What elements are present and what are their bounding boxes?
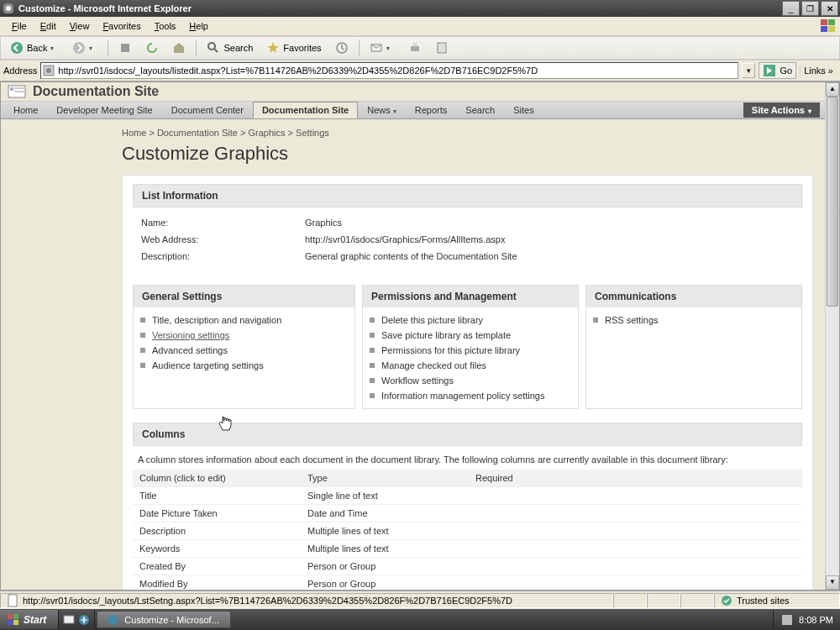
- menu-favorites[interactable]: Favorites: [96, 19, 147, 33]
- svg-rect-12: [412, 43, 417, 46]
- col-link-description[interactable]: Description: [139, 526, 186, 536]
- columns-section: Columns: [133, 423, 802, 446]
- site-tabbar: Home Developer Meeting Site Document Cen…: [1, 102, 825, 119]
- toolbar-separator: [359, 39, 360, 56]
- tab-home[interactable]: Home: [4, 102, 47, 118]
- ie-icon: [2, 2, 15, 15]
- link-versioning-settings[interactable]: Versioning settings: [140, 328, 348, 343]
- svg-rect-27: [64, 616, 74, 623]
- mail-button[interactable]: ▾: [364, 39, 401, 57]
- tab-document-center[interactable]: Document Center: [162, 102, 253, 118]
- refresh-button[interactable]: [139, 39, 165, 57]
- svg-point-8: [208, 43, 215, 50]
- svg-rect-2: [828, 19, 835, 25]
- back-label: Back: [27, 43, 47, 53]
- link-advanced-settings[interactable]: Advanced settings: [140, 343, 348, 358]
- tab-reports[interactable]: Reports: [406, 102, 457, 118]
- link-workflow-settings[interactable]: Workflow settings: [370, 373, 571, 388]
- system-tray: 8:08 PM: [773, 610, 840, 629]
- svg-rect-7: [121, 44, 129, 52]
- info-row-webaddress: Web Address: http://svr01/isdocs/Graphic…: [141, 231, 794, 248]
- window-titlebar: Customize - Microsoft Internet Explorer …: [0, 0, 840, 17]
- col-link-title[interactable]: Title: [139, 491, 156, 501]
- stop-button[interactable]: [113, 39, 138, 57]
- col-link-created-by[interactable]: Created By: [139, 561, 186, 571]
- address-input[interactable]: [58, 66, 736, 76]
- forward-icon: [72, 41, 86, 55]
- scroll-track[interactable]: [826, 97, 839, 575]
- site-title[interactable]: Documentation Site: [33, 84, 159, 99]
- bullet-icon: [370, 363, 375, 368]
- search-button[interactable]: Search: [201, 39, 259, 57]
- tray-icon[interactable]: [780, 613, 794, 627]
- clock: 8:08 PM: [799, 615, 833, 625]
- bullet-icon: [593, 318, 598, 323]
- link-permissions[interactable]: Permissions for this picture library: [370, 343, 571, 358]
- maximize-button[interactable]: ❐: [801, 1, 819, 16]
- columns-table: Column (click to edit) Type Required Tit…: [133, 470, 802, 590]
- breadcrumb-graphics[interactable]: Graphics: [248, 128, 285, 138]
- tab-documentation-site[interactable]: Documentation Site: [253, 102, 358, 118]
- mail-dropdown-icon[interactable]: ▾: [386, 45, 395, 52]
- link-audience-targeting[interactable]: Audience targeting settings: [140, 358, 348, 373]
- minimize-button[interactable]: _: [782, 1, 800, 16]
- close-button[interactable]: ✕: [821, 1, 838, 16]
- home-button[interactable]: [166, 39, 192, 57]
- print-button[interactable]: [402, 39, 428, 57]
- web-address-link[interactable]: http://svr01/isdocs/Graphics/Forms/AllIt…: [305, 234, 505, 244]
- news-dropdown-icon[interactable]: ▾: [393, 108, 396, 115]
- back-button[interactable]: Back ▾: [4, 39, 65, 57]
- favorites-button[interactable]: Favorites: [260, 39, 327, 57]
- edit-button[interactable]: [429, 39, 454, 57]
- breadcrumb-home[interactable]: Home: [122, 128, 146, 138]
- link-title-description[interactable]: Title, description and navigation: [140, 312, 348, 328]
- status-cell: [613, 593, 647, 608]
- trusted-icon: [720, 594, 733, 607]
- ie-quick-icon[interactable]: [77, 613, 91, 627]
- start-button[interactable]: Start: [0, 610, 59, 629]
- link-info-mgmt-policy[interactable]: Information management policy settings: [370, 388, 571, 403]
- columns-description: A column stores information about each d…: [123, 449, 812, 470]
- tab-search[interactable]: Search: [456, 102, 504, 118]
- menu-edit[interactable]: Edit: [34, 19, 63, 33]
- page-content: Documentation Site Home Developer Meetin…: [1, 82, 825, 590]
- scroll-up-button[interactable]: ▲: [826, 82, 839, 97]
- link-manage-checked-out[interactable]: Manage checked out files: [370, 358, 571, 373]
- page-icon: [6, 594, 19, 607]
- menu-help[interactable]: Help: [182, 19, 215, 33]
- breadcrumb-docsite[interactable]: Documentation Site: [157, 128, 238, 138]
- menu-file[interactable]: File: [5, 19, 34, 33]
- col-link-modified-by[interactable]: Modified By: [139, 579, 187, 589]
- tab-developer-meeting-site[interactable]: Developer Meeting Site: [47, 102, 161, 118]
- links-toolbar[interactable]: Links »: [800, 66, 837, 76]
- back-dropdown-icon[interactable]: ▾: [50, 45, 59, 52]
- link-save-template[interactable]: Save picture library as template: [370, 328, 571, 343]
- tab-news[interactable]: News ▾: [358, 102, 406, 118]
- link-delete-library[interactable]: Delete this picture library: [370, 312, 571, 328]
- list-information-header: List Information: [133, 184, 802, 207]
- menu-view[interactable]: View: [63, 19, 97, 33]
- menu-tools[interactable]: Tools: [148, 19, 183, 33]
- taskbar-item-ie[interactable]: Customize - Microsof...: [97, 611, 231, 628]
- svg-point-0: [6, 6, 11, 11]
- address-input-wrap[interactable]: [40, 62, 738, 79]
- tab-sites[interactable]: Sites: [504, 102, 543, 118]
- vertical-scrollbar[interactable]: ▲ ▼: [825, 82, 839, 590]
- site-actions-button[interactable]: Site Actions▾: [743, 102, 820, 118]
- scroll-down-button[interactable]: ▼: [826, 575, 839, 590]
- show-desktop-icon[interactable]: [62, 613, 76, 627]
- status-cell: [647, 593, 680, 608]
- favicon-icon: [43, 65, 55, 76]
- forward-button[interactable]: ▾: [66, 39, 103, 57]
- address-dropdown[interactable]: ▾: [742, 63, 755, 78]
- history-button[interactable]: [329, 39, 354, 57]
- favorites-label: Favorites: [283, 43, 321, 53]
- col-link-date-picture-taken[interactable]: Date Picture Taken: [139, 508, 218, 518]
- forward-dropdown-icon[interactable]: ▾: [89, 45, 97, 52]
- go-button[interactable]: Go: [759, 62, 796, 79]
- link-rss-settings[interactable]: RSS settings: [593, 312, 795, 328]
- scroll-thumb[interactable]: [827, 97, 838, 307]
- col-header-required: Required: [469, 470, 802, 487]
- col-link-keywords[interactable]: Keywords: [139, 543, 180, 554]
- page-title: Customize Graphics: [122, 143, 813, 175]
